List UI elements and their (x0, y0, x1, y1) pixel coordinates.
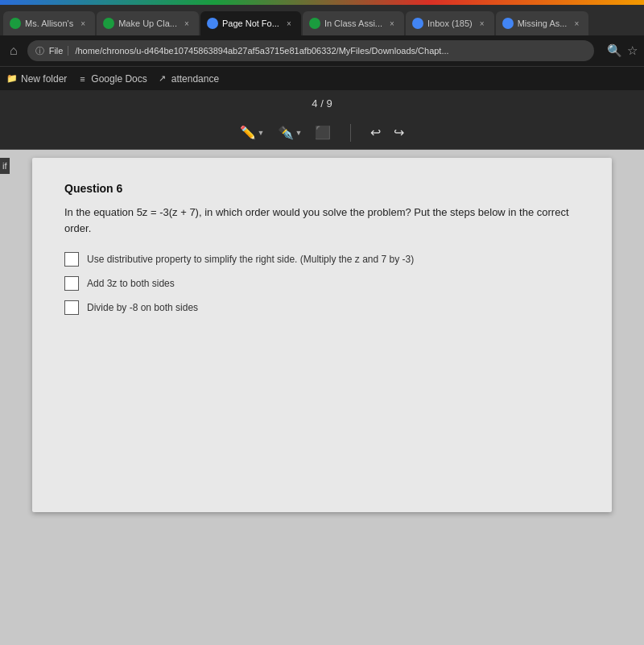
address-bar[interactable]: ⓘ File /home/chronos/u-d464be10745863894… (27, 40, 594, 61)
docs-icon: ≡ (76, 73, 88, 85)
redo-button[interactable]: ↪ (390, 122, 407, 143)
bookmark-google-docs[interactable]: ≡ Google Docs (76, 73, 147, 85)
search-icon[interactable]: 🔍 (607, 43, 622, 58)
pencil1-icon: ✏️ (240, 125, 256, 140)
tab-close-in-class-assi[interactable]: × (386, 18, 398, 29)
folder-icon: 📁 (6, 73, 18, 85)
eraser-tool[interactable]: ⬛ (312, 122, 334, 143)
tab-icon-missing-as (502, 18, 514, 29)
tab-label-in-class-assi: In Class Assi... (324, 19, 382, 28)
tab-ms-allisons[interactable]: Ms. Allison's × (3, 11, 95, 35)
tab-close-inbox[interactable]: × (477, 18, 488, 29)
toolbar-separator (350, 124, 351, 142)
checkbox-2[interactable] (64, 276, 79, 291)
question-number: Question 6 (64, 182, 580, 195)
home-button[interactable]: ⌂ (6, 42, 21, 60)
checkbox-1[interactable] (64, 252, 79, 267)
star-icon[interactable]: ☆ (627, 43, 638, 58)
bookmark-new-folder[interactable]: 📁 New folder (6, 73, 67, 85)
tab-close-ms-allisons[interactable]: × (77, 18, 89, 29)
drawing-tools-group: ✏️ ▼ ✒️ ▼ ⬛ (237, 122, 335, 143)
undo-redo-group: ↩ ↪ (367, 122, 407, 143)
eraser-icon: ⬛ (315, 125, 331, 140)
address-bar-row: ⌂ ⓘ File /home/chronos/u-d464be107458638… (0, 35, 644, 66)
attendance-icon: ↗ (157, 73, 168, 85)
undo-button[interactable]: ↩ (367, 122, 384, 143)
tab-icon-page-not-found (207, 18, 218, 29)
pencil2-icon: ✒️ (278, 125, 294, 140)
pencil-tool-2[interactable]: ✒️ ▼ (275, 122, 306, 143)
bookmarks-bar: 📁 New folder ≡ Google Docs ↗ attendance (0, 66, 644, 90)
tab-label-make-up-class: Make Up Cla... (118, 19, 177, 28)
pagination-display: 4 / 9 (312, 97, 332, 110)
tab-label-ms-allisons: Ms. Allison's (25, 19, 73, 28)
tab-bar: Ms. Allison's × Make Up Cla... × Page No… (0, 5, 644, 35)
answer-label-1: Use distributive property to simplify th… (87, 254, 414, 265)
tab-close-missing-as[interactable]: × (571, 18, 582, 29)
tab-make-up-class[interactable]: Make Up Cla... × (97, 11, 199, 35)
pencil2-dropdown-arrow: ▼ (295, 129, 303, 137)
bookmark-label-new-folder: New folder (21, 73, 67, 85)
side-panel-label: if (0, 158, 10, 174)
address-actions: 🔍 ☆ (607, 43, 638, 58)
tab-missing-as[interactable]: Missing As... × (496, 11, 589, 35)
content-area: if Question 6 In the equation 5z = -3(z … (0, 150, 644, 645)
tab-label-missing-as: Missing As... (518, 19, 568, 28)
tab-icon-inbox (412, 18, 423, 29)
pagination-bar: 4 / 9 (0, 90, 644, 116)
bookmark-label-attendance: attendance (171, 73, 219, 85)
undo-icon: ↩ (370, 125, 381, 140)
tab-icon-ms-allisons (10, 18, 21, 29)
toolbar: ✏️ ▼ ✒️ ▼ ⬛ ↩ ↪ (0, 116, 644, 150)
tab-icon-make-up-class (103, 18, 114, 29)
pencil-tool-1[interactable]: ✏️ ▼ (237, 122, 268, 143)
pencil1-dropdown-arrow: ▼ (258, 129, 265, 137)
answer-options: Use distributive property to simplify th… (64, 252, 580, 315)
answer-option-2: Add 3z to both sides (64, 276, 580, 291)
answer-label-2: Add 3z to both sides (87, 278, 175, 289)
answer-label-3: Divide by -8 on both sides (87, 302, 198, 313)
bookmark-label-google-docs: Google Docs (91, 73, 147, 85)
question-text: In the equation 5z = -3(z + 7), in which… (64, 205, 580, 236)
tab-in-class-assi[interactable]: In Class Assi... × (303, 11, 404, 35)
page-content: Question 6 In the equation 5z = -3(z + 7… (32, 158, 612, 512)
answer-option-3: Divide by -8 on both sides (64, 300, 580, 315)
answer-option-1: Use distributive property to simplify th… (64, 252, 580, 267)
bookmark-attendance[interactable]: ↗ attendance (157, 73, 219, 85)
file-icon: ⓘ (35, 45, 44, 57)
redo-icon: ↪ (394, 125, 404, 140)
tab-icon-in-class-assi (309, 18, 320, 29)
tab-close-page-not-found[interactable]: × (283, 18, 295, 29)
protocol-label: File (49, 46, 69, 56)
tab-label-inbox: Inbox (185) (427, 19, 473, 28)
url-text: /home/chronos/u-d464be10745863894ab27af5… (75, 46, 448, 56)
tab-page-not-found[interactable]: Page Not Fo... × (200, 11, 301, 35)
tab-label-page-not-found: Page Not Fo... (222, 19, 279, 28)
checkbox-3[interactable] (64, 300, 79, 315)
tab-close-make-up-class[interactable]: × (181, 18, 192, 29)
tab-inbox[interactable]: Inbox (185) × (406, 11, 494, 35)
